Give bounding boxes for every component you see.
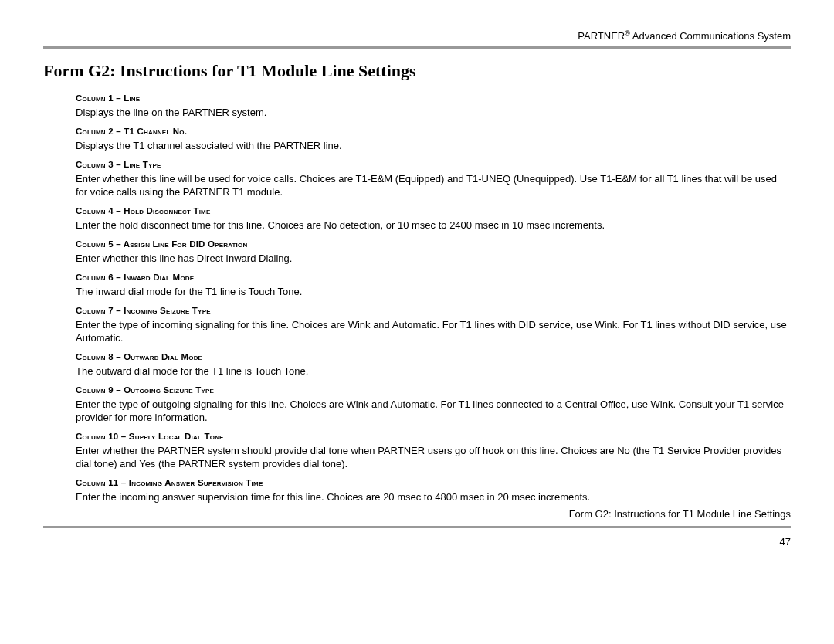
column-head: Column 2 – T1 Channel No. [76, 127, 791, 136]
column-body: Displays the T1 channel associated with … [76, 139, 791, 152]
column-body: Enter the type of outgoing signaling for… [76, 398, 791, 424]
column-head: Column 6 – Inward Dial Mode [76, 273, 791, 282]
brand: PARTNER [578, 30, 625, 42]
column-head: Column 10 – Supply Local Dial Tone [76, 432, 791, 441]
column-body: Displays the line on the PARTNER system. [76, 106, 791, 119]
column-body: Enter the type of incoming signaling for… [76, 318, 791, 344]
rule-top [43, 46, 791, 49]
column-head: Column 4 – Hold Disconnect Time [76, 206, 791, 215]
column-head: Column 7 – Incoming Seizure Type [76, 306, 791, 315]
column-body: Enter whether the PARTNER system should … [76, 444, 791, 470]
reg-mark: ® [625, 29, 630, 37]
column-head: Column 11 – Incoming Answer Supervision … [76, 478, 791, 487]
column-head: Column 8 – Outward Dial Mode [76, 352, 791, 361]
column-body: Enter the incoming answer supervision ti… [76, 490, 791, 503]
column-body: The outward dial mode for the T1 line is… [76, 364, 791, 378]
doc-header: PARTNER® Advanced Communications System [43, 29, 791, 42]
column-body: Enter whether this line will be used for… [76, 172, 791, 198]
page-number: 47 [43, 536, 791, 547]
page-title: Form G2: Instructions for T1 Module Line… [43, 61, 791, 81]
product: Advanced Communications System [632, 30, 791, 42]
column-head: Column 5 – Assign Line For DID Operation [76, 239, 791, 249]
rule-bottom [43, 526, 791, 528]
columns-section: Column 1 – Line Displays the line on the… [76, 93, 791, 503]
column-body: Enter the hold disconnect time for this … [76, 219, 791, 232]
doc-footer: Form G2: Instructions for T1 Module Line… [43, 508, 791, 520]
column-body: Enter whether this line has Direct Inwar… [76, 252, 791, 265]
column-head: Column 9 – Outgoing Seizure Type [76, 385, 791, 395]
column-body: The inward dial mode for the T1 line is … [76, 285, 791, 298]
column-head: Column 3 – Line Type [76, 160, 791, 169]
column-head: Column 1 – Line [76, 93, 791, 103]
